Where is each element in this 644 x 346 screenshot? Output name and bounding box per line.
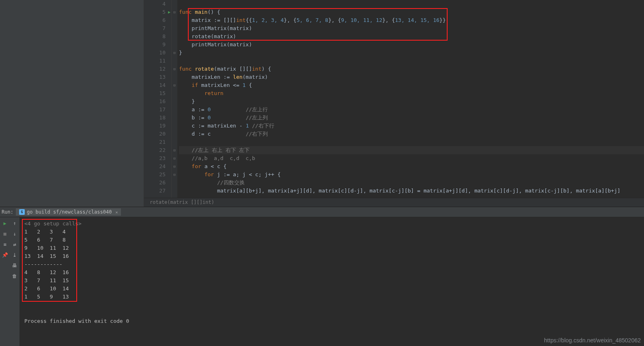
up-icon[interactable]: ↑ bbox=[11, 220, 18, 227]
code-tok: len bbox=[233, 74, 242, 80]
code-tok: //左上列 bbox=[246, 115, 268, 121]
code-tok: 9, 10, 11, 12 bbox=[341, 17, 382, 23]
rerun-button[interactable]: ▶ bbox=[1, 220, 9, 227]
code-tok: }, { bbox=[284, 17, 296, 23]
scroll-icon[interactable]: ⤓ bbox=[11, 251, 18, 259]
code-tok bbox=[179, 171, 205, 177]
code-tok: //a,b a,d c,d c,b bbox=[192, 155, 255, 161]
code-tok bbox=[211, 106, 246, 112]
pin-button[interactable]: 📌 bbox=[1, 251, 9, 259]
code-tok: matrix := [][] bbox=[179, 17, 236, 23]
code-tok: return bbox=[205, 90, 224, 96]
line-number: 25 bbox=[144, 171, 166, 179]
code-content[interactable]: func main() { matrix := [][]int{{1, 2, 3… bbox=[177, 0, 644, 198]
code-editor[interactable]: 4 5 6 7 8 9 10 11 12 13 14 15 16 17 18 1… bbox=[144, 0, 644, 207]
line-number: 6 bbox=[144, 16, 166, 24]
line-number: 8 bbox=[144, 32, 166, 41]
console-line: Process finished with exit code 0 bbox=[24, 318, 129, 324]
code-line: } bbox=[179, 50, 182, 56]
line-number: 9 bbox=[144, 41, 166, 49]
code-tok: }} bbox=[439, 17, 446, 23]
project-sidebar[interactable] bbox=[0, 0, 144, 207]
trash-icon[interactable]: 🗑 bbox=[11, 272, 18, 280]
breadcrumb-item: rotate(matrix [][]int) bbox=[150, 199, 214, 205]
console-line: 2 6 10 14 bbox=[24, 285, 69, 292]
console-line: 9 10 11 12 bbox=[24, 245, 69, 251]
line-number: 26 bbox=[144, 179, 166, 187]
fold-column[interactable] bbox=[172, 0, 177, 198]
code-line: rotate(matrix) bbox=[179, 33, 236, 39]
code-tok: (matrix) bbox=[243, 74, 268, 80]
console-line: 4 8 12 16 bbox=[24, 269, 69, 275]
run-config-tab[interactable]: G go build sf/newclass/class040 ✕ bbox=[16, 208, 121, 216]
go-icon: G bbox=[19, 209, 25, 215]
code-tok: //右下列 bbox=[246, 131, 268, 137]
code-tok: a < c { bbox=[205, 163, 227, 169]
line-number: 21 bbox=[144, 138, 166, 146]
console-line: 5 6 7 8 bbox=[24, 237, 66, 243]
line-number: 4 bbox=[144, 0, 166, 8]
code-tok: }, { bbox=[382, 17, 395, 23]
console-line: 13 14 15 16 bbox=[24, 253, 69, 259]
code-tok: 1, 2, 3, 4 bbox=[252, 17, 284, 23]
code-tok: j := a; j < c; j++ { bbox=[217, 171, 281, 177]
wrap-icon[interactable]: ⇄ bbox=[11, 241, 18, 248]
layout-button[interactable]: ≡ bbox=[1, 241, 9, 248]
code-tok bbox=[179, 179, 217, 186]
code-line: printMatrix(matrix) bbox=[179, 41, 252, 48]
code-tok bbox=[249, 123, 252, 129]
code-line: printMatrix(matrix) bbox=[179, 25, 252, 31]
code-tok: c := matrixLen - bbox=[179, 123, 246, 129]
line-number: 5 bbox=[144, 8, 166, 16]
print-icon[interactable]: 🖶 bbox=[11, 262, 18, 269]
code-tok: 5, 6, 7, 8 bbox=[297, 17, 328, 23]
code-tok bbox=[179, 155, 192, 161]
code-tok: }, { bbox=[328, 17, 341, 23]
console-output[interactable]: <4 go setup calls> 1 2 3 4 5 6 7 8 9 10 … bbox=[19, 217, 644, 346]
code-tok bbox=[211, 131, 246, 137]
code-tok: ) { bbox=[262, 66, 271, 72]
line-number: 16 bbox=[144, 97, 166, 106]
code-tok: //左上 右上 右下 左下 bbox=[192, 147, 250, 153]
line-number: 10 bbox=[144, 49, 166, 57]
line-number: 18 bbox=[144, 114, 166, 122]
down-icon[interactable]: ↓ bbox=[11, 230, 18, 238]
code-tok: matrixLen <= bbox=[201, 82, 243, 88]
code-tok: for bbox=[192, 163, 204, 169]
code-line: matrix[a][b+j], matrix[a+j][d], matrix[c… bbox=[179, 188, 620, 194]
code-line: } bbox=[179, 98, 195, 104]
line-number: 14 bbox=[144, 81, 166, 89]
breadcrumb[interactable]: rotate(matrix [][]int) bbox=[144, 198, 644, 207]
stop-button[interactable]: ■ bbox=[1, 230, 9, 238]
line-number: 15 bbox=[144, 89, 166, 97]
code-tok: //四数交换 bbox=[217, 179, 245, 186]
code-tok bbox=[179, 90, 205, 96]
code-tok: a := bbox=[179, 106, 207, 112]
code-tok: main bbox=[195, 9, 207, 15]
line-number: 24 bbox=[144, 162, 166, 171]
code-tok: func bbox=[179, 66, 195, 72]
watermark: https://blog.csdn.net/weixin_48502062 bbox=[544, 337, 641, 344]
close-icon[interactable]: ✕ bbox=[115, 210, 118, 214]
run-panel-label: Run: bbox=[2, 209, 13, 215]
code-tok: d := c bbox=[179, 131, 211, 137]
code-tok: int bbox=[252, 66, 261, 72]
code-tok: matrixLen := bbox=[179, 74, 233, 80]
code-tok: //右下行 bbox=[252, 123, 274, 129]
console-line: 3 7 11 15 bbox=[24, 277, 69, 283]
line-number: 11 bbox=[144, 57, 166, 65]
console-line: <4 go setup calls> bbox=[24, 221, 82, 227]
code-tok: for bbox=[205, 171, 217, 177]
code-tok: {{ bbox=[246, 17, 252, 23]
line-number: 13 bbox=[144, 73, 166, 81]
line-gutter: 4 5 6 7 8 9 10 11 12 13 14 15 16 17 18 1… bbox=[144, 0, 172, 198]
code-tok bbox=[179, 163, 192, 169]
line-number: 22 bbox=[144, 146, 166, 154]
code-tok bbox=[179, 82, 192, 88]
line-number: 17 bbox=[144, 106, 166, 114]
run-tool-window[interactable]: Run: G go build sf/newclass/class040 ✕ ▶… bbox=[0, 207, 644, 346]
code-tok: () { bbox=[207, 9, 220, 15]
line-number: 12 bbox=[144, 65, 166, 73]
code-tok: (matrix [][] bbox=[214, 66, 252, 72]
console-line: ------------ bbox=[24, 261, 62, 267]
